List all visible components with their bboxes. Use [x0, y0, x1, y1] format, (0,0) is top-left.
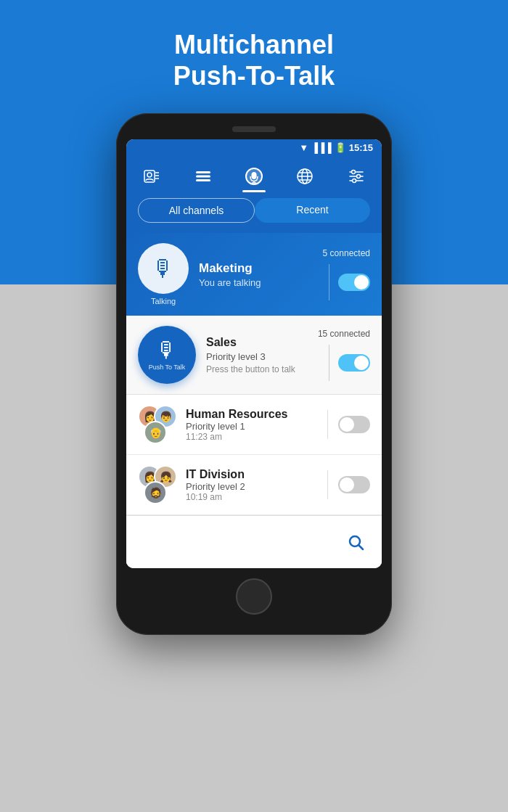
it-channel-name: IT Division	[186, 468, 314, 481]
active-connected-count: 5 connected	[323, 248, 370, 258]
talking-mic-circle: 🎙	[138, 243, 189, 294]
channel-filter: All channels Recent	[126, 191, 382, 233]
nav-network[interactable]	[283, 162, 327, 191]
ptt-channel-name: Sales	[206, 336, 308, 349]
it-avatar-3: 🧔	[144, 481, 167, 504]
active-channel-toggle[interactable]	[338, 274, 370, 291]
hr-channel[interactable]: 👩 👦 👴 Human Resources Priority level 1 1…	[126, 395, 382, 455]
ptt-channel[interactable]: 🎙 Push To Talk Sales Priority level 3 Pr…	[126, 316, 382, 395]
channel-list: 🎙 Talking Maketing You are talking 5 con…	[126, 233, 382, 568]
recent-btn[interactable]: Recent	[255, 198, 370, 223]
active-channel-status: You are talking	[199, 277, 313, 288]
ptt-button-label: Push To Talk	[149, 364, 186, 372]
nav-settings[interactable]	[335, 162, 378, 191]
nav-ptt[interactable]	[232, 162, 276, 191]
hr-channel-toggle[interactable]	[338, 416, 370, 433]
signal-icon: ▐▐▐	[311, 142, 332, 153]
ptt-channel-toggle[interactable]	[338, 354, 370, 372]
wifi-icon: ▼	[299, 142, 308, 153]
nav-contacts[interactable]	[130, 162, 173, 191]
svg-line-23	[359, 546, 364, 550]
ptt-mic-button[interactable]: 🎙 Push To Talk	[138, 326, 196, 384]
status-time: 15:15	[349, 142, 373, 153]
it-channel-priority: Priority level 2	[186, 481, 314, 492]
svg-point-21	[352, 179, 356, 183]
hr-channel-name: Human Resources	[186, 408, 314, 421]
avatar-3: 👴	[144, 421, 167, 444]
home-button[interactable]	[236, 578, 272, 615]
hr-avatar-group: 👩 👦 👴	[138, 405, 177, 444]
hr-divider	[327, 410, 328, 439]
ptt-channel-priority: Priority level 3	[206, 351, 308, 362]
svg-point-19	[351, 171, 355, 174]
divider	[329, 264, 329, 300]
mic-active-icon: 🎙	[152, 255, 175, 282]
phone-speaker	[232, 126, 276, 132]
settings-icon	[346, 166, 366, 186]
svg-point-20	[356, 175, 360, 179]
it-channel[interactable]: 👩 👧 🧔 IT Division Priority level 2 10:19…	[126, 455, 382, 515]
network-icon	[295, 166, 315, 186]
it-channel-time: 10:19 am	[186, 492, 314, 502]
ptt-divider	[329, 345, 329, 381]
search-button[interactable]	[341, 528, 370, 557]
svg-rect-7	[196, 179, 210, 181]
hr-channel-priority: Priority level 1	[186, 421, 314, 432]
active-channel-name: Maketing	[199, 261, 313, 276]
hr-channel-time: 11:23 am	[186, 432, 314, 442]
ptt-nav-icon	[244, 166, 264, 186]
channels-icon	[193, 166, 213, 186]
talking-label: Talking	[151, 297, 176, 305]
nav-bar	[126, 156, 382, 191]
battery-icon: 🔋	[335, 142, 346, 153]
it-avatar-group: 👩 👧 🧔	[138, 465, 177, 504]
svg-point-1	[147, 173, 152, 177]
page-title: Multichannel Push-To-Talk	[173, 29, 335, 91]
svg-rect-6	[196, 176, 210, 178]
it-divider	[327, 470, 328, 499]
active-channel[interactable]: 🎙 Talking Maketing You are talking 5 con…	[126, 233, 382, 316]
it-channel-toggle[interactable]	[338, 476, 370, 493]
nav-channels[interactable]	[181, 162, 225, 191]
phone-mockup: ▼ ▐▐▐ 🔋 15:15	[116, 113, 392, 635]
ptt-channel-action: Press the button to talk	[206, 364, 308, 374]
bottom-bar	[126, 515, 382, 568]
all-channels-btn[interactable]: All channels	[138, 198, 255, 223]
phone-screen: ▼ ▐▐▐ 🔋 15:15	[126, 139, 382, 568]
contacts-icon	[142, 166, 162, 186]
mic-ptt-icon: 🎙	[156, 338, 178, 363]
status-bar: ▼ ▐▐▐ 🔋 15:15	[126, 139, 382, 156]
ptt-connected-count: 15 connected	[318, 329, 370, 339]
svg-rect-5	[196, 171, 210, 173]
